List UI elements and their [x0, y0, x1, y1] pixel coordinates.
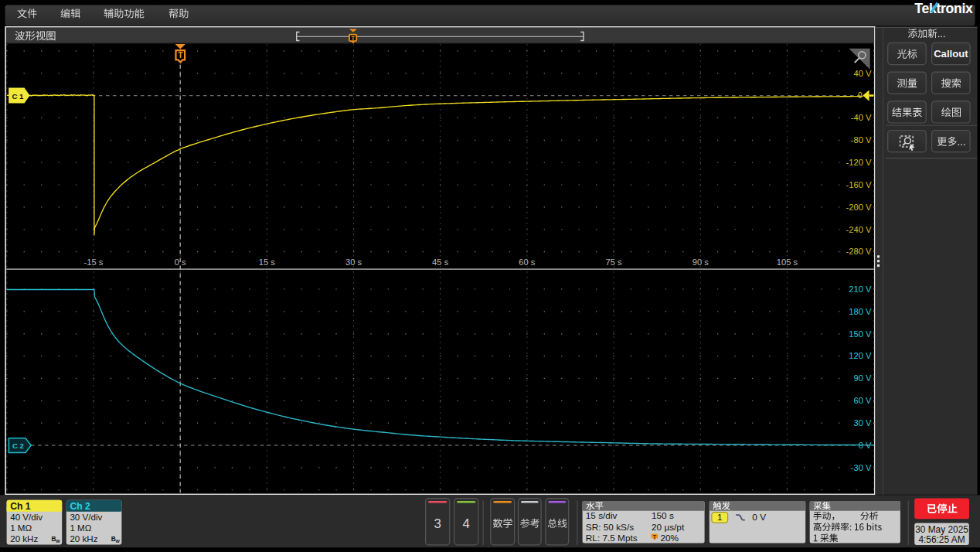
svg-text:-160 V: -160 V [846, 180, 872, 189]
svg-text:-40 V: -40 V [851, 113, 872, 122]
svg-text:C 2: C 2 [12, 441, 24, 450]
svg-text:120 V: 120 V [849, 351, 872, 360]
svg-text:3: 3 [434, 516, 441, 531]
svg-text:T: T [178, 50, 183, 60]
svg-text:Callout: Callout [934, 48, 968, 60]
svg-text:210 V: 210 V [849, 285, 872, 294]
svg-text:20 kHz: 20 kHz [70, 533, 97, 543]
svg-text:4:56:25 AM: 4:56:25 AM [918, 534, 965, 545]
svg-text:T: T [653, 534, 657, 540]
svg-text:T: T [352, 35, 356, 42]
svg-text:60 V: 60 V [853, 396, 872, 405]
svg-text:-30 V: -30 V [851, 463, 872, 472]
svg-text:30 s: 30 s [345, 257, 362, 267]
svg-text:-15 s: -15 s [84, 257, 104, 267]
svg-text:20 µs/pt: 20 µs/pt [652, 522, 685, 533]
svg-text:-240 V: -240 V [846, 225, 872, 234]
svg-text:180 V: 180 V [849, 307, 872, 316]
svg-text:Ch 1: Ch 1 [10, 501, 31, 512]
svg-text:90 V: 90 V [853, 373, 872, 383]
svg-text:-280 V: -280 V [846, 247, 872, 256]
svg-text:-80 V: -80 V [851, 135, 872, 145]
svg-text:4: 4 [463, 516, 470, 531]
svg-text:30 V: 30 V [853, 418, 872, 428]
svg-text:30 May 2025: 30 May 2025 [915, 524, 968, 535]
svg-text:0: 0 [858, 91, 863, 100]
svg-text:30 V/div: 30 V/div [70, 512, 102, 522]
svg-text:Ch 2: Ch 2 [70, 501, 90, 512]
svg-text:15 s/div: 15 s/div [586, 510, 618, 521]
svg-text:40 V: 40 V [853, 69, 872, 78]
svg-text:1 MΩ: 1 MΩ [10, 523, 32, 533]
svg-text:150 s: 150 s [652, 510, 674, 521]
svg-text:75 s: 75 s [605, 257, 622, 267]
svg-text:-120 V: -120 V [846, 158, 872, 167]
svg-text:105 s: 105 s [777, 257, 798, 267]
svg-text:40 V/div: 40 V/div [10, 512, 43, 522]
svg-text:90 s: 90 s [692, 257, 709, 267]
svg-text:1 MΩ: 1 MΩ [70, 523, 91, 533]
svg-text:150 V: 150 V [849, 329, 872, 339]
svg-text:45 s: 45 s [432, 257, 449, 267]
svg-text:0 V: 0 V [752, 512, 766, 523]
svg-text:W: W [115, 539, 120, 543]
svg-text:60 s: 60 s [519, 257, 536, 267]
svg-text:C 1: C 1 [12, 92, 25, 101]
svg-text:Tektronix: Tektronix [914, 1, 973, 16]
svg-text:-200 V: -200 V [846, 203, 872, 212]
svg-text:RL: 7.5 Mpts: RL: 7.5 Mpts [586, 533, 638, 543]
svg-text:20 kHz: 20 kHz [10, 533, 38, 543]
svg-text:W: W [56, 539, 60, 543]
svg-text:20%: 20% [661, 533, 679, 543]
svg-text:15 s: 15 s [259, 257, 276, 267]
svg-text:1: 1 [717, 512, 723, 523]
svg-text:SR: 50 kS/s: SR: 50 kS/s [586, 522, 634, 533]
